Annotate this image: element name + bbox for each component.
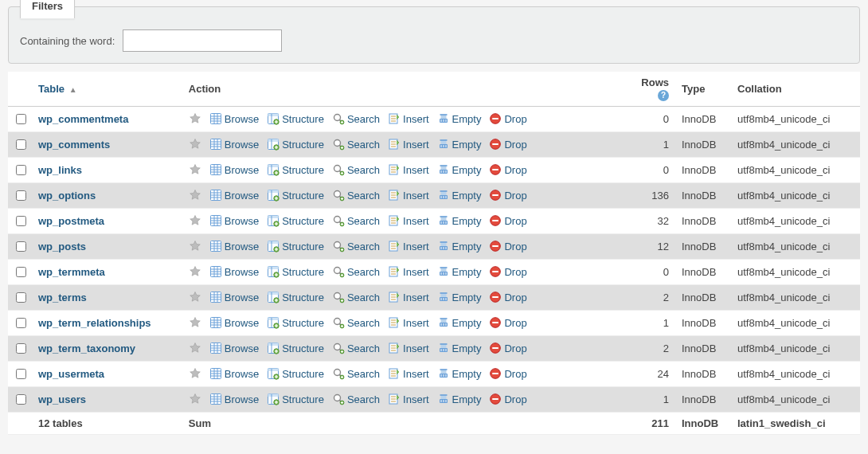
row-checkbox[interactable] <box>16 292 26 303</box>
table-name-link[interactable]: wp_users <box>38 393 86 405</box>
favorite-toggle[interactable] <box>189 163 201 177</box>
table-name-link[interactable]: wp_term_taxonomy <box>38 342 135 354</box>
row-checkbox[interactable] <box>16 369 26 379</box>
empty-action[interactable]: Empty <box>437 342 482 355</box>
drop-action[interactable]: Drop <box>489 112 526 126</box>
row-checkbox[interactable] <box>16 139 26 150</box>
drop-action[interactable]: Drop <box>489 291 526 304</box>
row-checkbox[interactable] <box>16 216 26 226</box>
empty-action[interactable]: Empty <box>437 112 482 126</box>
browse-action[interactable]: Browse <box>209 189 259 202</box>
empty-action[interactable]: Empty <box>437 163 482 177</box>
browse-action[interactable]: Browse <box>209 240 259 253</box>
insert-action[interactable]: Insert <box>388 214 429 228</box>
favorite-toggle[interactable] <box>189 138 201 151</box>
empty-action[interactable]: Empty <box>437 393 482 406</box>
structure-action[interactable]: Structure <box>267 240 324 253</box>
row-checkbox[interactable] <box>16 318 26 328</box>
insert-action[interactable]: Insert <box>388 112 429 126</box>
drop-action[interactable]: Drop <box>489 240 526 253</box>
browse-action[interactable]: Browse <box>209 342 259 355</box>
empty-action[interactable]: Empty <box>437 214 482 228</box>
browse-action[interactable]: Browse <box>209 138 259 151</box>
browse-action[interactable]: Browse <box>209 291 259 304</box>
table-name-link[interactable]: wp_posts <box>38 241 86 252</box>
structure-action[interactable]: Structure <box>267 265 324 279</box>
structure-action[interactable]: Structure <box>267 138 324 151</box>
filters-tab[interactable]: Filters <box>20 0 75 19</box>
structure-action[interactable]: Structure <box>267 393 324 406</box>
insert-action[interactable]: Insert <box>388 393 429 406</box>
browse-action[interactable]: Browse <box>209 316 259 330</box>
browse-action[interactable]: Browse <box>209 112 259 126</box>
browse-action[interactable]: Browse <box>209 393 259 406</box>
search-action[interactable]: Search <box>332 393 380 406</box>
browse-action[interactable]: Browse <box>209 163 259 177</box>
structure-action[interactable]: Structure <box>267 214 324 228</box>
favorite-toggle[interactable] <box>189 291 201 304</box>
empty-action[interactable]: Empty <box>437 189 482 202</box>
table-name-link[interactable]: wp_comments <box>38 139 110 151</box>
search-action[interactable]: Search <box>332 240 380 253</box>
drop-action[interactable]: Drop <box>489 342 526 355</box>
insert-action[interactable]: Insert <box>388 316 429 330</box>
insert-action[interactable]: Insert <box>388 367 429 381</box>
col-rows[interactable]: Rows ? <box>621 72 677 106</box>
structure-action[interactable]: Structure <box>267 342 324 355</box>
table-name-link[interactable]: wp_usermeta <box>38 368 104 380</box>
row-checkbox[interactable] <box>16 190 26 201</box>
row-checkbox[interactable] <box>16 343 26 354</box>
drop-action[interactable]: Drop <box>489 189 526 202</box>
containing-input[interactable] <box>123 29 282 52</box>
insert-action[interactable]: Insert <box>388 189 429 202</box>
favorite-toggle[interactable] <box>189 367 201 381</box>
browse-action[interactable]: Browse <box>209 265 259 279</box>
insert-action[interactable]: Insert <box>388 240 429 253</box>
row-checkbox[interactable] <box>16 165 26 175</box>
search-action[interactable]: Search <box>332 138 380 151</box>
row-checkbox[interactable] <box>16 114 26 124</box>
search-action[interactable]: Search <box>332 367 380 381</box>
empty-action[interactable]: Empty <box>437 316 482 330</box>
table-name-link[interactable]: wp_termmeta <box>38 266 105 278</box>
favorite-toggle[interactable] <box>189 342 201 355</box>
drop-action[interactable]: Drop <box>489 393 526 406</box>
table-name-link[interactable]: wp_commentmeta <box>38 113 128 125</box>
drop-action[interactable]: Drop <box>489 214 526 228</box>
row-checkbox[interactable] <box>16 394 26 405</box>
drop-action[interactable]: Drop <box>489 367 526 381</box>
structure-action[interactable]: Structure <box>267 112 324 126</box>
col-collation[interactable]: Collation <box>733 72 860 106</box>
search-action[interactable]: Search <box>332 291 380 304</box>
favorite-toggle[interactable] <box>189 112 201 126</box>
drop-action[interactable]: Drop <box>489 316 526 330</box>
row-checkbox[interactable] <box>16 267 26 277</box>
empty-action[interactable]: Empty <box>437 240 482 253</box>
search-action[interactable]: Search <box>332 189 380 202</box>
favorite-toggle[interactable] <box>189 240 201 253</box>
insert-action[interactable]: Insert <box>388 265 429 279</box>
empty-action[interactable]: Empty <box>437 291 482 304</box>
table-name-link[interactable]: wp_postmeta <box>38 215 104 227</box>
table-name-link[interactable]: wp_links <box>38 164 82 176</box>
drop-action[interactable]: Drop <box>489 138 526 151</box>
structure-action[interactable]: Structure <box>267 316 324 330</box>
structure-action[interactable]: Structure <box>267 291 324 304</box>
search-action[interactable]: Search <box>332 214 380 228</box>
row-checkbox[interactable] <box>16 241 26 252</box>
insert-action[interactable]: Insert <box>388 163 429 177</box>
drop-action[interactable]: Drop <box>489 163 526 177</box>
empty-action[interactable]: Empty <box>437 367 482 381</box>
favorite-toggle[interactable] <box>189 316 201 330</box>
browse-action[interactable]: Browse <box>209 367 259 381</box>
search-action[interactable]: Search <box>332 316 380 330</box>
insert-action[interactable]: Insert <box>388 138 429 151</box>
structure-action[interactable]: Structure <box>267 189 324 202</box>
browse-action[interactable]: Browse <box>209 214 259 228</box>
structure-action[interactable]: Structure <box>267 367 324 381</box>
insert-action[interactable]: Insert <box>388 342 429 355</box>
table-name-link[interactable]: wp_terms <box>38 292 87 303</box>
insert-action[interactable]: Insert <box>388 291 429 304</box>
empty-action[interactable]: Empty <box>437 265 482 279</box>
table-name-link[interactable]: wp_options <box>38 190 96 202</box>
